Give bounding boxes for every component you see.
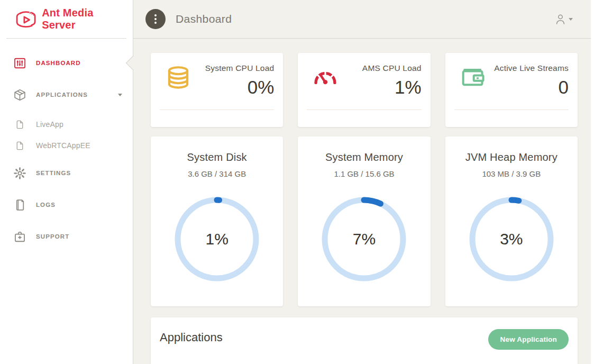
gauge-percent: 3% [468,195,555,283]
gauge-percent: 1% [173,195,261,283]
circular-gauge: 3% [468,195,555,283]
divider [307,110,421,110]
gauge-title: System Disk [151,150,283,164]
page-title: Dashboard [176,13,232,25]
file-icon [13,120,26,130]
vertical-ellipsis-icon [154,14,157,16]
sidebar-item-label: DASHBOARD [36,60,81,66]
new-application-button[interactable]: New Application [488,329,569,350]
gauge-title: JVM Heap Memory [445,150,578,164]
gauge-usage: 1.1 GB / 15.6 GB [298,169,430,178]
gauge-usage: 3.6 GB / 314 GB [151,169,283,178]
stat-card-system-cpu: System CPU Load 0% [151,53,283,127]
stat-value: 0 [494,76,569,99]
sidebar-item-liveapp[interactable]: LiveApp [0,114,133,135]
stat-title: System CPU Load [205,62,275,74]
sidebar-nav: DASHBOARD APPLICATIONS [0,39,133,249]
applications-title: Applications [160,329,223,346]
divider [454,110,569,110]
stat-card-active-streams: Active Live Streams 0 [445,53,578,127]
ant-media-dashboard: Ant Media Server DASHBOARD [0,0,594,364]
package-icon [13,88,26,102]
brand-name: Ant Media Server [42,7,126,31]
stat-value: 0% [205,76,275,99]
user-icon [554,13,567,26]
applications-sublist: LiveApp WebRTCAppEE [0,114,133,156]
stat-value: 1% [362,76,422,99]
logs-icon [13,198,26,212]
wallet-icon [454,62,482,99]
sidebar-item-label: SETTINGS [36,170,71,176]
user-menu-button[interactable] [554,13,573,26]
main-area: Dashboard [133,0,594,364]
sidebar-item-label: LOGS [36,202,56,208]
stat-cards-row: System CPU Load 0% [151,53,578,127]
stat-title: AMS CPU Load [362,62,422,74]
sidebar-item-support[interactable]: SUPPORT [0,224,133,249]
stat-title: Active Live Streams [494,62,569,74]
dashboard-content: System CPU Load 0% [133,39,594,364]
sidebar: Ant Media Server DASHBOARD [0,0,133,364]
sidebar-item-label: APPLICATIONS [36,92,88,98]
sliders-icon [13,57,26,70]
circular-gauge: 7% [320,195,408,283]
scrollbar-track[interactable] [591,0,594,364]
database-icon [160,62,187,99]
gauge-card-system-memory: System Memory 1.1 GB / 15.6 GB 7% [298,136,430,306]
sidebar-item-label: LiveApp [36,120,63,129]
gauge-cards-row: System Disk 3.6 GB / 314 GB 1% System Me… [151,136,578,306]
gauge-icon [307,62,334,99]
stat-card-ams-cpu: AMS CPU Load 1% [298,53,430,127]
applications-panel: Applications New Application [151,317,578,364]
sidebar-item-logs[interactable]: LOGS [0,192,133,217]
gauge-usage: 103 MB / 3.9 GB [445,169,578,178]
caret-down-icon [118,94,122,96]
gauge-card-system-disk: System Disk 3.6 GB / 314 GB 1% [151,136,283,306]
top-header: Dashboard [133,0,594,39]
sidebar-item-applications[interactable]: APPLICATIONS [0,82,133,107]
gauge-title: System Memory [298,150,430,164]
gear-icon [13,167,26,180]
caret-down-icon [569,18,573,21]
gauge-percent: 7% [320,195,408,283]
divider [160,110,274,110]
ant-media-logo-icon [14,8,38,30]
vertical-ellipsis-button[interactable] [145,9,166,29]
sidebar-item-webrtcappee[interactable]: WebRTCAppEE [0,135,133,156]
support-icon [13,230,26,243]
file-icon [13,141,26,151]
sidebar-item-label: WebRTCAppEE [36,141,90,150]
sidebar-item-settings[interactable]: SETTINGS [0,160,133,186]
circular-gauge: 1% [173,195,261,283]
sidebar-item-label: SUPPORT [36,233,69,240]
sidebar-item-dashboard[interactable]: DASHBOARD [0,50,133,76]
brand-logo[interactable]: Ant Media Server [6,0,126,39]
gauge-card-jvm-heap: JVM Heap Memory 103 MB / 3.9 GB 3% [445,136,578,306]
